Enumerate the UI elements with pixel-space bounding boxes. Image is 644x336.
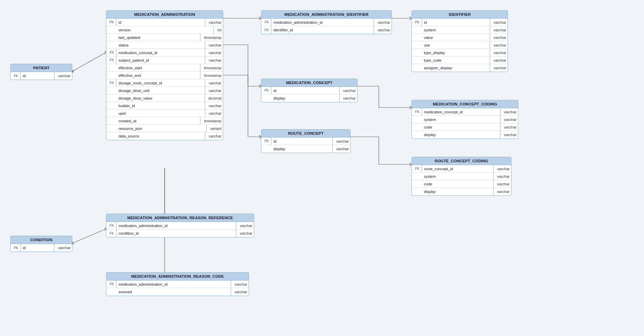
table-row: FK route_concept_id varchar	[412, 165, 511, 173]
row-type: varchar	[206, 51, 221, 55]
table-medication-adminstration-identifier-header: MEDICATION_ADMINSTRATION_IDENTIFIER	[261, 11, 392, 19]
table-row: FK condition_id varchar	[106, 230, 254, 237]
row-key: FK	[263, 20, 270, 24]
row-type: varchar	[206, 104, 221, 108]
row-key: PK	[263, 139, 270, 143]
row-type: varchar	[206, 111, 221, 115]
table-row: FK medication_concept_id varchar	[106, 49, 223, 57]
table-row: system varchar	[412, 173, 511, 180]
table-row: assigner_display varchar	[412, 64, 508, 72]
table-medication-adminstration-reason-reference-header: MEDICATION_ADMINSTRATION_REASON_REFERENC…	[106, 214, 254, 222]
table-route-concept-body: PK id varchar display varchar	[261, 138, 350, 153]
table-row: dosage_dose_value decimal	[106, 94, 223, 102]
row-type: timestamp	[201, 73, 221, 78]
table-patient: PATIENT PK id varchar	[10, 64, 72, 80]
table-identifier-header: IDENTIFIER	[412, 11, 508, 19]
row-type: varchar	[333, 139, 349, 143]
row-type: varchar	[501, 110, 517, 114]
table-route-concept-coding-header: ROUTE_CONCEPT_CODING	[412, 157, 511, 165]
table-medication-adminstration-reason-reference-body: FK medication_administration_id varchar …	[106, 222, 254, 237]
row-key: FK	[108, 81, 115, 85]
row-name: medication_concept_id	[423, 110, 499, 114]
row-type: varchar	[206, 89, 221, 93]
row-type: varchar	[340, 96, 356, 100]
row-name: version	[117, 28, 213, 32]
row-name: dosage_dose_value	[117, 96, 204, 100]
row-type: varchar	[494, 182, 510, 186]
table-row: display varchar	[261, 145, 350, 153]
table-row: value varchar	[412, 34, 508, 41]
table-row: FK subject_patient_id varchar	[106, 57, 223, 64]
row-name: builder_id	[117, 104, 204, 108]
row-type: variant	[207, 126, 221, 131]
table-row: display varchar	[412, 188, 511, 195]
row-type: varchar	[232, 282, 247, 286]
row-name: id	[117, 20, 204, 24]
row-type: varchar	[494, 174, 510, 179]
table-condition-body: PK id varchar	[11, 244, 72, 252]
row-name: system	[423, 174, 492, 179]
table-row: PK id varchar	[261, 138, 350, 145]
row-type: varchar	[206, 134, 221, 138]
table-row: display varchar	[261, 94, 357, 102]
row-name: display	[423, 133, 499, 137]
row-name: medication_administration_id	[272, 20, 373, 24]
table-row: dosage_dose_unit varchar	[106, 87, 223, 94]
table-row: type_display varchar	[412, 49, 508, 57]
table-row: FK identifier_id varchar	[261, 26, 392, 34]
svg-line-38	[72, 229, 106, 243]
table-row: FK medication_administration_id varchar	[106, 222, 254, 230]
row-type: varchar	[340, 89, 356, 93]
table-route-concept-header: ROUTE_CONCEPT	[261, 130, 350, 138]
row-type: varchar	[375, 28, 390, 32]
svg-line-42	[72, 243, 74, 245]
row-type: varchar	[375, 20, 390, 24]
row-key: PK	[108, 20, 115, 24]
table-row: use varchar	[412, 41, 508, 49]
row-type: varchar	[491, 20, 506, 24]
svg-line-41	[72, 242, 74, 243]
table-row: PK id varchar	[106, 19, 223, 26]
table-medication-concept-coding-header: MEDICATION_CONCEPT_CODING	[412, 100, 518, 108]
table-row: system varchar	[412, 116, 518, 123]
row-type: varchar	[501, 125, 517, 129]
row-name: type_display	[423, 51, 489, 55]
table-row: code varchar	[412, 123, 518, 131]
row-name: subject_patient_id	[117, 58, 204, 62]
table-row: FK medication_administration_id varchar	[106, 281, 249, 288]
table-row: PK id varchar	[11, 72, 72, 80]
row-name: effective_start	[117, 66, 199, 70]
table-medication-concept: MEDICATION_CONCEPT PK id varchar display…	[261, 79, 357, 102]
table-medication-adminstration-reason-reference: MEDICATION_ADMINSTRATION_REASON_REFERENC…	[106, 214, 254, 237]
table-condition: CONDITION PK id varchar	[10, 236, 72, 252]
row-type: varchar	[206, 81, 221, 85]
row-name: system	[423, 118, 499, 122]
table-route-concept-coding: ROUTE_CONCEPT_CODING FK route_concept_id…	[412, 157, 511, 196]
row-key: FK	[108, 232, 115, 235]
svg-line-2	[72, 70, 74, 71]
table-row: last_updated timestamp	[106, 34, 223, 41]
row-name: use	[423, 43, 489, 47]
row-type: varchar	[491, 51, 506, 55]
table-medication-administration: MEDICATION_ADMINISTRATION PK id varchar …	[106, 10, 223, 140]
table-route-concept: ROUTE_CONCEPT PK id varchar display varc…	[261, 129, 351, 153]
table-medication-administration-body: PK id varchar version int last_updated t…	[106, 19, 223, 140]
row-name: effective_end	[117, 73, 199, 78]
table-row: resource_json variant	[106, 125, 223, 132]
table-row: PK id varchar	[261, 87, 357, 94]
row-name: system	[423, 28, 489, 32]
row-type: varchar	[206, 43, 221, 47]
row-type: varchar	[333, 147, 349, 151]
row-type: timestamp	[201, 35, 221, 40]
table-medication-administration-header: MEDICATION_ADMINISTRATION	[106, 11, 223, 19]
row-name: id	[21, 74, 53, 78]
row-name: identifier_id	[272, 28, 373, 32]
table-row: FK dosage_route_concept_id varchar	[106, 79, 223, 87]
table-medication-adminstration-identifier: MEDICATION_ADMINSTRATION_IDENTIFIER FK m…	[261, 10, 392, 34]
row-key: FK	[108, 282, 115, 286]
row-type: varchar	[491, 43, 506, 47]
table-row: snomed varchar	[106, 288, 249, 296]
row-name: display	[272, 96, 339, 100]
table-medication-adminstration-reason-code-header: MEDICATION_ADMINSTRATION_REASON_CODE	[106, 273, 249, 281]
row-type: varchar	[206, 20, 221, 24]
